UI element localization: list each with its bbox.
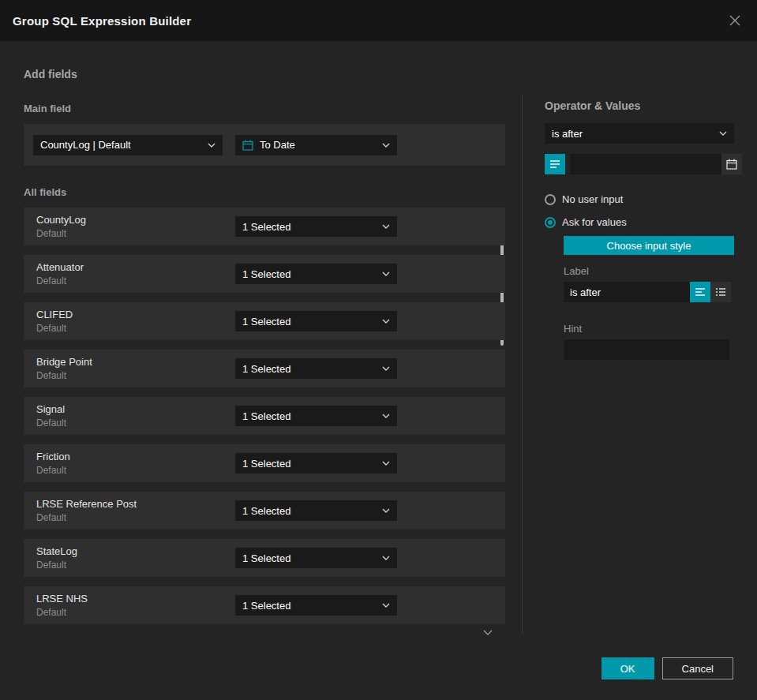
field-row: LRSE NHS Default 1 Selected [24, 586, 505, 624]
value-input-row [545, 154, 734, 174]
radio-ask-for-values-label: Ask for values [562, 216, 627, 228]
chevron-down-icon [382, 366, 390, 371]
hint-input[interactable] [564, 339, 729, 360]
chevron-down-icon [382, 271, 390, 276]
all-fields-heading: All fields [24, 186, 505, 198]
fields-column: Add fields Main field CountyLog | Defaul… [24, 68, 505, 634]
date-value-input[interactable] [570, 154, 721, 174]
chevron-down-icon [382, 143, 390, 148]
list-icon [715, 287, 726, 297]
field-row: StateLog Default 1 Selected [24, 539, 505, 577]
field-row: LRSE Reference Post Default 1 Selected [24, 492, 505, 530]
field-selected-value: 1 Selected [242, 410, 376, 422]
dialog-footer: OK Cancel [601, 657, 733, 679]
add-fields-heading: Add fields [24, 68, 505, 80]
operator-values-column: Operator & Values is after [545, 99, 734, 360]
input-mode-button[interactable] [545, 154, 565, 174]
hint-caption: Hint [564, 323, 734, 335]
column-divider [522, 95, 523, 633]
field-selected-value: 1 Selected [242, 363, 376, 375]
operator-select[interactable]: is after [545, 123, 734, 144]
group-sql-expression-builder-dialog: Group SQL Expression Builder Add fields … [0, 0, 757, 700]
field-selected-value: 1 Selected [242, 600, 376, 612]
field-selected-dropdown[interactable]: 1 Selected [235, 216, 397, 237]
chevron-down-icon [382, 508, 390, 513]
calendar-icon [242, 140, 253, 151]
main-field-heading: Main field [24, 103, 505, 114]
chevron-down-icon [208, 143, 215, 148]
lines-input-icon [549, 159, 560, 169]
field-selected-dropdown[interactable]: 1 Selected [235, 264, 397, 284]
field-selected-dropdown[interactable]: 1 Selected [235, 406, 397, 426]
field-selected-dropdown[interactable]: 1 Selected [235, 500, 397, 521]
main-field-select[interactable]: CountyLog | Default [33, 135, 223, 155]
field-row: Friction Default 1 Selected [24, 444, 505, 482]
align-left-style-button[interactable] [690, 282, 710, 302]
chevron-down-icon [382, 556, 390, 560]
field-selected-value: 1 Selected [242, 268, 376, 280]
label-input[interactable] [564, 282, 690, 302]
main-field-panel: CountyLog | Default To Date [24, 124, 505, 166]
radio-circle [545, 194, 556, 205]
label-input-row [564, 282, 731, 302]
chevron-down-icon [382, 319, 390, 324]
field-selected-value: 1 Selected [242, 505, 376, 517]
field-row: Attenuator Default 1 Selected [24, 255, 505, 293]
chevron-down-icon [719, 131, 727, 136]
field-selected-value: 1 Selected [242, 316, 376, 328]
date-type-select[interactable]: To Date [235, 135, 397, 155]
operator-values-heading: Operator & Values [545, 99, 734, 112]
all-fields-list: CountyLog Default 1 Selected Attenuator … [24, 208, 505, 624]
chevron-down-icon [382, 224, 390, 229]
main-field-select-value: CountyLog | Default [40, 139, 201, 151]
chevron-down-icon [382, 414, 390, 418]
field-row: Bridge Point Default 1 Selected [24, 350, 505, 387]
radio-ask-for-values[interactable]: Ask for values [545, 216, 734, 228]
field-selected-value: 1 Selected [242, 458, 376, 470]
dialog-header: Group SQL Expression Builder [0, 0, 757, 41]
date-picker-button[interactable] [721, 154, 742, 174]
field-selected-dropdown[interactable]: 1 Selected [235, 311, 397, 331]
cancel-button[interactable]: Cancel [662, 657, 733, 679]
radio-circle-checked [545, 217, 556, 228]
list-style-button[interactable] [710, 282, 731, 302]
calendar-icon [726, 159, 737, 170]
field-row: CLIFED Default 1 Selected [24, 302, 505, 340]
operator-select-value: is after [552, 128, 713, 140]
chevron-down-icon [382, 603, 390, 608]
field-selected-dropdown[interactable]: 1 Selected [235, 595, 397, 616]
field-selected-value: 1 Selected [242, 552, 376, 564]
ok-button[interactable]: OK [601, 657, 654, 679]
field-selected-dropdown[interactable]: 1 Selected [235, 453, 397, 474]
dialog-title: Group SQL Expression Builder [13, 14, 191, 28]
close-button[interactable] [725, 11, 744, 30]
field-selected-value: 1 Selected [242, 221, 376, 233]
field-row: CountyLog Default 1 Selected [24, 208, 505, 245]
field-selected-dropdown[interactable]: 1 Selected [235, 548, 397, 568]
radio-no-user-input-label: No user input [562, 193, 623, 205]
field-row: Signal Default 1 Selected [24, 397, 505, 435]
align-left-icon [695, 287, 706, 297]
field-selected-dropdown[interactable]: 1 Selected [235, 358, 397, 379]
date-value-field-wrap [570, 154, 742, 174]
scroll-down-chevron-icon[interactable] [483, 624, 493, 638]
date-type-select-value: To Date [260, 139, 376, 151]
label-caption: Label [564, 265, 734, 277]
chevron-down-icon [382, 461, 390, 466]
radio-no-user-input[interactable]: No user input [545, 193, 734, 205]
choose-input-style-button[interactable]: Choose input style [564, 236, 734, 255]
close-icon [729, 14, 741, 27]
